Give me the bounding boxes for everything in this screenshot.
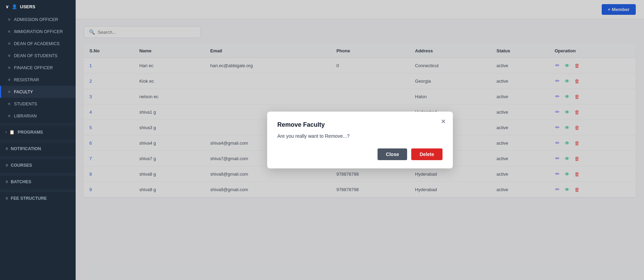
- modal-close-button[interactable]: Close: [378, 148, 407, 160]
- sidebar: ∨ 👤 USERS ≡ ADMISSION OFFICER ≡ IMMIGRAT…: [0, 0, 76, 280]
- remove-faculty-modal: Remove Faculty ✕ Are you really want to …: [267, 112, 453, 168]
- sidebar-group-fee-structure: ≡ FEE STRUCTURE: [0, 191, 76, 205]
- sidebar-item-dean-students[interactable]: ≡ DEAN OF STUDENTS: [0, 50, 76, 62]
- menu-icon-faculty: ≡: [8, 89, 11, 94]
- menu-icon-immigration: ≡: [8, 29, 11, 34]
- menu-icon-fee-structure: ≡: [6, 196, 8, 201]
- sidebar-section-fee-structure[interactable]: ≡ FEE STRUCTURE: [0, 192, 76, 205]
- sidebar-section-courses[interactable]: ≡ COURSES: [0, 159, 76, 172]
- chevron-down-icon: ∨: [6, 4, 9, 9]
- sidebar-item-admission-officer[interactable]: ≡ ADMISSION OFFICER: [0, 13, 76, 25]
- sidebar-group-batches: ≡ BATCHES: [0, 175, 76, 188]
- user-section-icon: 👤: [12, 4, 17, 9]
- sidebar-item-dean-academics[interactable]: ≡ DEAN OF ACADEMICS: [0, 38, 76, 50]
- sidebar-item-faculty[interactable]: ≡ FACULTY: [0, 86, 76, 98]
- sidebar-section-users[interactable]: ∨ 👤 USERS: [0, 0, 76, 13]
- users-items-list: ≡ ADMISSION OFFICER ≡ IMMIGRATION OFFICE…: [0, 13, 76, 122]
- menu-icon-students: ≡: [8, 101, 11, 106]
- menu-icon-dean-academics: ≡: [8, 41, 11, 46]
- menu-icon-courses: ≡: [6, 163, 8, 168]
- sidebar-group-notification: ≡ NOTIFICATION: [0, 142, 76, 155]
- sidebar-group-courses: ≡ COURSES: [0, 158, 76, 172]
- modal-overlay: Remove Faculty ✕ Are you really want to …: [76, 0, 644, 280]
- modal-title: Remove Faculty: [277, 121, 443, 128]
- sidebar-item-students[interactable]: ≡ STUDENTS: [0, 98, 76, 110]
- sidebar-section-notification[interactable]: ≡ NOTIFICATION: [0, 142, 76, 155]
- sidebar-item-finance-officer[interactable]: ≡ FINANCE OFFICER: [0, 62, 76, 74]
- sidebar-item-immigration-officer[interactable]: ≡ IMMIGRATION OFFICER: [0, 25, 76, 38]
- sidebar-item-registrar[interactable]: ≡ REGISTRAR: [0, 74, 76, 86]
- sidebar-item-librarian[interactable]: ≡ LIBRARIAN: [0, 110, 76, 122]
- menu-icon-admission: ≡: [8, 17, 11, 22]
- modal-body-text: Are you really want to Remove...?: [277, 133, 443, 139]
- sidebar-section-programs[interactable]: › 📋 PROGRAMS: [0, 125, 76, 139]
- menu-icon-notification: ≡: [6, 146, 8, 151]
- sidebar-section-batches[interactable]: ≡ BATCHES: [0, 175, 76, 188]
- menu-icon-dean-students: ≡: [8, 53, 11, 58]
- caret-right-icon-programs: ›: [6, 130, 7, 134]
- modal-close-x-button[interactable]: ✕: [441, 118, 446, 125]
- menu-icon-batches: ≡: [6, 179, 8, 184]
- sidebar-section-users-label: USERS: [20, 4, 35, 9]
- sidebar-group-programs: › 📋 PROGRAMS: [0, 125, 76, 139]
- menu-icon-librarian: ≡: [8, 113, 11, 118]
- close-icon: ✕: [441, 118, 446, 125]
- modal-delete-button[interactable]: Delete: [411, 148, 442, 160]
- menu-icon-finance: ≡: [8, 65, 11, 70]
- modal-footer: Close Delete: [277, 148, 443, 160]
- programs-icon: 📋: [9, 129, 15, 135]
- menu-icon-registrar: ≡: [8, 77, 11, 82]
- main-content: + Member 🔍 S.No Name Email Phone Address…: [76, 0, 644, 280]
